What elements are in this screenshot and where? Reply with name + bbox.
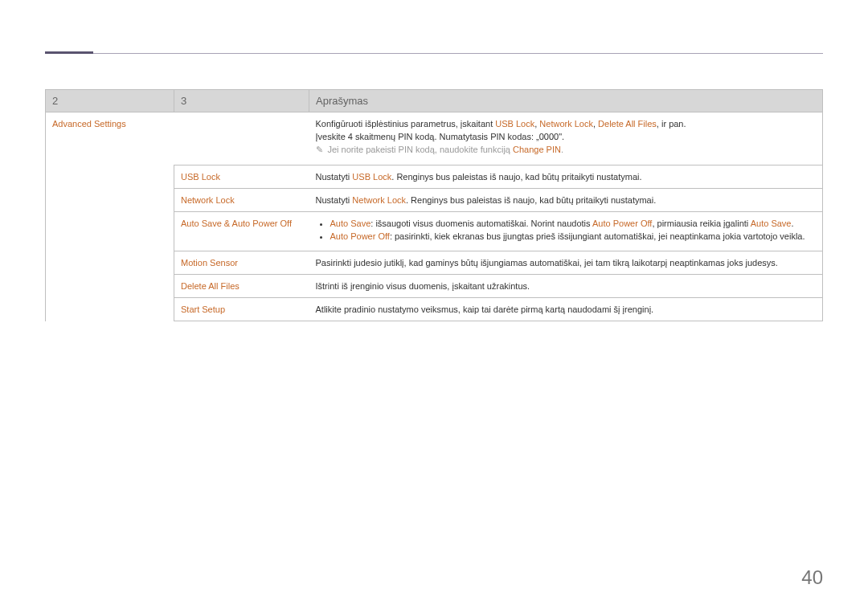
- note-text: Jei norite pakeisti PIN kodą, naudokite …: [328, 145, 514, 154]
- link-auto-power-off: Auto Power Off: [592, 219, 652, 228]
- text: : pasirinkti, kiek ekranas bus įjungtas …: [390, 231, 805, 241]
- table-header-row: 2 3 Aprašymas: [46, 90, 823, 112]
- page-number: 40: [801, 566, 823, 589]
- link-auto-save: Auto Save: [330, 219, 371, 228]
- table-row: Advanced Settings Konfigūruoti išplėstin…: [46, 112, 823, 166]
- link-auto-save: Auto Save: [751, 219, 792, 228]
- text: , pirmiausia reikia įgalinti: [652, 219, 750, 228]
- text: Nustatyti: [316, 172, 353, 182]
- level3-motion-sensor: Motion Sensor: [181, 258, 238, 268]
- text: . Renginys bus paleistas iš naujo, kad b…: [406, 195, 656, 205]
- link-network-lock: Network Lock: [352, 195, 406, 205]
- accent-bar: [45, 51, 93, 54]
- settings-table: 2 3 Aprašymas Advanced Settings Konfigūr…: [45, 89, 823, 321]
- text: Konfigūruoti išplėstinius parametrus, įs…: [316, 119, 496, 129]
- link-network-lock: Network Lock: [539, 119, 593, 129]
- text: Nustatyti: [316, 195, 353, 205]
- note-icon: ✎: [316, 145, 323, 154]
- text: . Renginys bus paleistas iš naujo, kad b…: [391, 172, 641, 182]
- link-auto-power-off: Auto Power Off: [330, 231, 390, 241]
- level3-start-setup: Start Setup: [181, 304, 225, 314]
- col-header-3: 3: [174, 90, 309, 112]
- desc-delete-all-files: Ištrinti iš įrenginio visus duomenis, įs…: [309, 275, 823, 298]
- desc-motion-sensor: Pasirinkti judesio jutiklį, kad gaminys …: [309, 251, 823, 275]
- level3-auto-save-power: Auto Save & Auto Power Off: [181, 219, 292, 228]
- top-rule: [45, 53, 823, 54]
- level3-network-lock: Network Lock: [181, 195, 235, 205]
- link-usb-lock: USB Lock: [352, 172, 391, 182]
- link-usb-lock: USB Lock: [495, 119, 534, 129]
- col-header-2: 2: [46, 90, 174, 112]
- text-pin-default: Įveskite 4 skaitmenų PIN kodą. Numatytas…: [316, 132, 817, 141]
- desc-network-lock: Nustatyti Network Lock. Renginys bus pal…: [309, 189, 823, 212]
- text: : išsaugoti visus duomenis automatiškai.…: [371, 219, 592, 228]
- desc-usb-lock: Nustatyti USB Lock. Renginys bus paleist…: [309, 166, 823, 189]
- document-page: 2 3 Aprašymas Advanced Settings Konfigūr…: [0, 0, 868, 321]
- level3-delete-all-files: Delete All Files: [181, 281, 240, 291]
- level2-advanced-settings: Advanced Settings: [52, 119, 126, 129]
- desc-advanced-settings: Konfigūruoti išplėstinius parametrus, įs…: [309, 112, 823, 166]
- text: , ir pan.: [657, 119, 686, 129]
- list-item: Auto Power Off: pasirinkti, kiek ekranas…: [330, 231, 817, 241]
- link-change-pin: Change PIN: [513, 145, 561, 154]
- desc-auto-save-power: Auto Save: išsaugoti visus duomenis auto…: [309, 212, 823, 251]
- text: .: [791, 219, 793, 228]
- link-delete-all-files: Delete All Files: [598, 119, 657, 129]
- desc-start-setup: Atlikite pradinio nustatymo veiksmus, ka…: [309, 298, 823, 321]
- col-header-desc: Aprašymas: [309, 90, 823, 112]
- text: .: [561, 145, 563, 154]
- list-item: Auto Save: išsaugoti visus duomenis auto…: [330, 219, 817, 228]
- level3-usb-lock: USB Lock: [181, 172, 220, 182]
